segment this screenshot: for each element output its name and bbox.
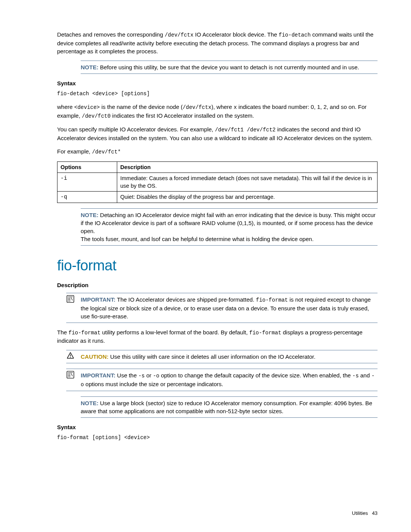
- text: The: [57, 329, 68, 335]
- text: or: [145, 372, 153, 379]
- intro-paragraph: Detaches and removes the corresponding /…: [57, 30, 378, 55]
- code: /dev/fct*: [92, 149, 121, 155]
- svg-point-2: [70, 357, 71, 358]
- caution-box: CAUTION: Use this utility with care sinc…: [66, 350, 378, 363]
- caution-icon: [66, 352, 75, 360]
- note-label: NOTE:: [81, 400, 99, 406]
- description-heading: Description: [57, 281, 378, 289]
- text: ), where: [212, 104, 234, 110]
- code: -o: [153, 373, 159, 379]
- note-text: Before using this utility, be sure that …: [100, 64, 359, 70]
- important-box: IMPORTANT: Use the -s or -o option to ch…: [66, 369, 378, 391]
- text: For example,: [57, 148, 92, 155]
- note-label: NOTE:: [81, 64, 99, 70]
- text: Use the: [117, 372, 139, 379]
- syntax-heading: Syntax: [57, 423, 378, 431]
- page-footer: Utilities 43: [352, 510, 378, 517]
- caution-text: Use this utility with care since it dele…: [110, 353, 315, 360]
- note-box: NOTE: Detaching an IO Accelerator device…: [81, 208, 378, 246]
- code: /dev/fct0: [82, 113, 111, 119]
- syntax-code: fio-detach <device> [options]: [57, 90, 378, 98]
- option-cell: -q: [57, 192, 117, 203]
- desc-cell: Quiet: Disables the display of the progr…: [117, 192, 378, 203]
- note-text: Use a large block (sector) size to reduc…: [81, 400, 372, 414]
- desc-cell: Immediate: Causes a forced immediate det…: [117, 173, 378, 192]
- text: indicates the first IO Accelerator insta…: [111, 112, 254, 119]
- code: <device>: [74, 104, 100, 110]
- code: fio-detach: [279, 32, 311, 38]
- syntax-code: fio-format [options] <device>: [57, 434, 378, 442]
- caution-label: CAUTION:: [81, 353, 108, 360]
- code: fio-format: [249, 330, 281, 336]
- table-row: -i Immediate: Causes a forced immediate …: [57, 173, 378, 192]
- code: -s: [352, 373, 359, 379]
- table-row: -q Quiet: Disables the display of the pr…: [57, 192, 378, 203]
- important-label: IMPORTANT:: [81, 296, 115, 303]
- table-header-row: Options Description: [57, 161, 378, 173]
- option-cell: -i: [57, 173, 117, 192]
- col-description: Description: [117, 161, 378, 173]
- format-paragraph: The fio-format utility performs a low-le…: [57, 328, 378, 345]
- text: Detaches and removes the corresponding: [57, 31, 165, 38]
- important-icon: [66, 295, 75, 303]
- text: The IO Accelerator devices are shipped p…: [117, 296, 256, 303]
- text: option to change the default capacity of…: [159, 372, 352, 379]
- footer-section: Utilities: [352, 510, 368, 516]
- text: IO Accelerator block device. The: [193, 31, 279, 38]
- code: -s: [138, 373, 145, 379]
- options-table: Options Description -i Immediate: Causes…: [57, 161, 378, 203]
- text: You can specify multiple IO Accelerator …: [57, 126, 215, 133]
- multi-paragraph: You can specify multiple IO Accelerator …: [57, 125, 378, 142]
- col-options: Options: [57, 161, 117, 173]
- text: and: [359, 372, 371, 379]
- text: where: [57, 104, 74, 110]
- syntax-heading: Syntax: [57, 79, 378, 87]
- code: /dev/fctx: [183, 104, 212, 110]
- code: /dev/fct1 /dev/fct2: [215, 127, 276, 133]
- text: is the name of the device node (: [100, 104, 183, 110]
- note-box: NOTE: Before using this utility, be sure…: [81, 61, 378, 74]
- important-icon: [66, 371, 75, 379]
- note-text: The tools fuser, mount, and lsof can be …: [81, 236, 314, 242]
- section-heading: fio-format: [57, 256, 378, 276]
- text: options must include the size or percent…: [84, 381, 223, 387]
- footer-page-number: 43: [372, 510, 378, 516]
- page: Detaches and removes the corresponding /…: [0, 0, 411, 532]
- important-box: IMPORTANT: The IO Accelerator devices ar…: [66, 293, 378, 323]
- where-paragraph: where <device> is the name of the device…: [57, 103, 378, 120]
- example-paragraph: For example, /dev/fct*: [57, 147, 378, 156]
- note-text: Detaching an IO Accelerator device might…: [81, 212, 376, 234]
- code: fio-format: [68, 330, 100, 336]
- text: utility performs a low-level format of t…: [100, 329, 249, 335]
- important-label: IMPORTANT:: [81, 372, 115, 379]
- svg-rect-0: [67, 296, 74, 302]
- code: fio-format: [256, 297, 288, 303]
- note-label: NOTE:: [81, 212, 99, 218]
- note-box: NOTE: Use a large block (sector) size to…: [81, 396, 378, 418]
- svg-rect-3: [67, 371, 74, 378]
- code: /dev/fctx: [165, 32, 194, 38]
